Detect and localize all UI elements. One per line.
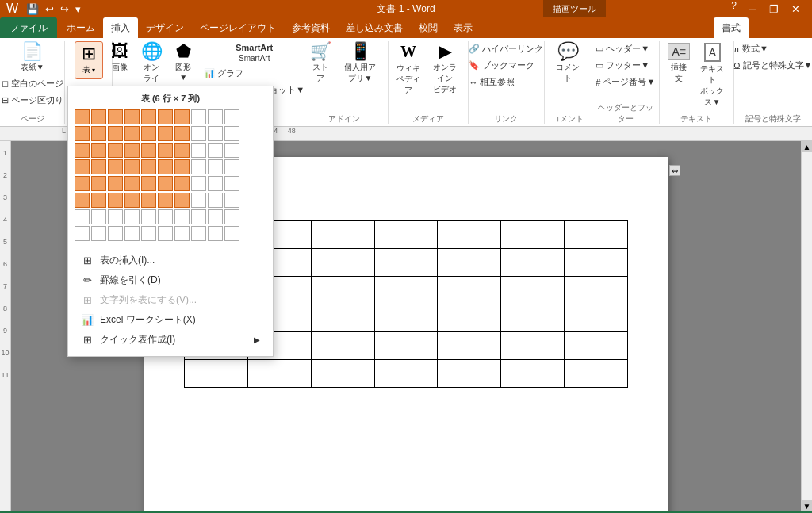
table-grid-cell[interactable] [174,143,190,158]
tab-file[interactable]: ファイル [0,17,57,38]
table-grid-cell[interactable] [174,226,190,241]
table-grid-cell[interactable] [158,176,173,191]
tab-refs[interactable]: 参考資料 [284,17,338,38]
scroll-helper[interactable]: ⇔ [669,165,680,176]
draw-table-item[interactable]: ✏ 罫線を引く(D) [75,270,266,290]
table-grid-cell[interactable] [91,126,106,141]
table-grid-cell[interactable] [191,143,206,158]
textbox-button[interactable]: A テキストボックス▼ [696,41,729,109]
table-grid-cell[interactable] [224,143,239,158]
table-grid-cell[interactable] [191,126,206,141]
close-button[interactable]: ✕ [785,0,806,17]
tab-insert[interactable]: 挿入 [103,17,138,38]
cross-ref-button[interactable]: ↔ 相互参照 [465,75,546,90]
online-video-button[interactable]: ▶ オンラインビデオ [427,41,463,97]
table-grid-cell[interactable] [75,226,90,241]
table-grid-cell[interactable] [208,126,223,141]
table-grid-cell[interactable] [75,159,90,174]
tab-mailings[interactable]: 差し込み文書 [338,17,411,38]
tab-view[interactable]: 表示 [446,17,481,38]
vertical-scrollbar[interactable]: ▲ ▼ [801,141,812,511]
table-grid-cell[interactable] [224,159,239,174]
table-grid-cell[interactable] [141,143,156,158]
table-grid-cell[interactable] [224,226,239,241]
tab-layout[interactable]: ページレイアウト [192,17,284,38]
table-grid-cell[interactable] [224,176,239,191]
table-grid-cell[interactable] [191,176,206,191]
table-grid-cell[interactable] [208,176,223,191]
table-grid-cell[interactable] [158,109,173,124]
table-grid-cell[interactable] [108,209,123,224]
table-grid-cell[interactable] [75,109,90,124]
table-grid-cell[interactable] [141,176,156,191]
blank-page-button[interactable]: ◻ 空白のページ [0,76,67,91]
equation-button[interactable]: π 数式▼ [730,41,812,56]
table-grid-cell[interactable] [224,209,239,224]
table-grid[interactable] [75,109,266,242]
table-grid-cell[interactable] [108,193,123,208]
table-grid-cell[interactable] [191,193,206,208]
table-grid-cell[interactable] [91,226,106,241]
table-grid-cell[interactable] [208,226,223,241]
help-icon[interactable]: ? [726,0,741,17]
table-grid-cell[interactable] [191,209,206,224]
table-grid-cell[interactable] [91,193,106,208]
table-grid-cell[interactable] [141,159,156,174]
table-grid-cell[interactable] [141,126,156,141]
table-grid-cell[interactable] [141,209,156,224]
table-grid-cell[interactable] [108,126,123,141]
symbol-button[interactable]: Ω 記号と特殊文字▼ [730,58,812,73]
table-grid-cell[interactable] [91,176,106,191]
store-button[interactable]: 🛒 ストア [306,41,335,86]
table-grid-cell[interactable] [141,193,156,208]
table-grid-cell[interactable] [124,193,140,208]
page-number-button[interactable]: # ページ番号▼ [592,75,658,90]
table-grid-cell[interactable] [124,209,140,224]
scroll-up-button[interactable]: ▲ [802,141,812,152]
my-apps-button[interactable]: 📱 個人用アプリ▼ [338,41,383,86]
table-grid-cell[interactable] [158,143,173,158]
table-grid-cell[interactable] [108,143,123,158]
table-grid-cell[interactable] [208,193,223,208]
table-grid-cell[interactable] [158,226,173,241]
tab-review[interactable]: 校閲 [411,17,446,38]
table-grid-cell[interactable] [224,109,239,124]
picture-button[interactable]: 🖼 画像 [105,41,134,75]
table-grid-cell[interactable] [224,193,239,208]
table-grid-cell[interactable] [91,159,106,174]
table-grid-cell[interactable] [108,109,123,124]
table-grid-cell[interactable] [91,209,106,224]
restore-button[interactable]: ❐ [764,0,784,17]
table-grid-cell[interactable] [108,159,123,174]
footer-button[interactable]: ▭ フッター▼ [592,58,658,73]
table-grid-cell[interactable] [124,176,140,191]
text-insert-button[interactable]: A≡ 挿接文 [665,41,693,86]
table-grid-cell[interactable] [158,209,173,224]
table-grid-cell[interactable] [108,176,123,191]
excel-worksheet-item[interactable]: 📊 Excel ワークシート(X) [75,310,266,330]
table-grid-cell[interactable] [158,193,173,208]
tab-design[interactable]: デザイン [138,17,192,38]
insert-table-item[interactable]: ⊞ 表の挿入(I)... [75,251,266,270]
table-grid-cell[interactable] [158,159,173,174]
shapes-button[interactable]: ⬟ 図形▼ [169,41,197,83]
table-grid-cell[interactable] [191,109,206,124]
table-grid-cell[interactable] [174,193,190,208]
table-grid-cell[interactable] [124,143,140,158]
table-grid-cell[interactable] [75,193,90,208]
table-grid-cell[interactable] [191,226,206,241]
minimize-button[interactable]: ─ [742,0,763,17]
table-grid-cell[interactable] [91,109,106,124]
table-grid-cell[interactable] [75,176,90,191]
wikipedia-button[interactable]: W ウィキペディア [393,41,424,98]
comment-button[interactable]: 💬 コメント [550,41,587,86]
header-button[interactable]: ▭ ヘッダー▼ [592,41,658,56]
table-button[interactable]: ⊞ 表▾ [75,41,103,79]
table-grid-cell[interactable] [158,126,173,141]
table-grid-cell[interactable] [208,159,223,174]
undo-icon[interactable]: ↩ [44,3,56,15]
save-icon[interactable]: 💾 [25,3,40,15]
tab-home[interactable]: ホーム [59,17,103,38]
hyperlink-button[interactable]: 🔗 ハイパーリンク [465,41,546,56]
table-grid-cell[interactable] [174,159,190,174]
